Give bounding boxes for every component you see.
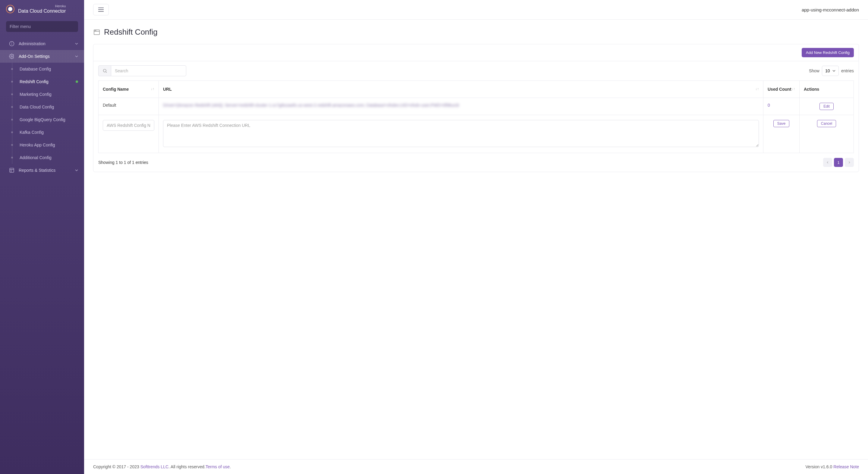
config-card: Add New Redshift Config Show 10 entries	[93, 44, 859, 172]
save-button[interactable]: Save	[773, 120, 789, 127]
nav-sub-label: Google BigQuery Config	[20, 117, 65, 122]
chevron-right-icon	[848, 161, 850, 164]
brand-super: Heroku	[18, 4, 66, 8]
footer-left: Copyright © 2017 - 2023 Softtrends LLC. …	[93, 464, 231, 469]
brand-title: Data Cloud Connector	[18, 8, 66, 14]
terms-link[interactable]: Terms of use	[206, 464, 230, 469]
sidebar: Heroku Data Cloud Connector Administrati…	[0, 0, 84, 474]
nav-label: Add-On Settings	[19, 54, 50, 59]
window-icon	[93, 29, 100, 36]
search-icon	[98, 65, 111, 76]
nav-label: Reports & Statistics	[19, 168, 56, 173]
sidebar-toggle-button[interactable]	[93, 4, 109, 15]
cell-url: Driver={Amazon Redshift (x64)}; Server=r…	[159, 98, 764, 115]
nav-label: Administration	[19, 41, 45, 46]
th-config-name[interactable]: Config Name ↓↑	[98, 81, 159, 98]
footer-right: Version v1.6.0 Release Note	[806, 464, 859, 469]
edit-button[interactable]: Edit	[819, 103, 834, 110]
release-note-link[interactable]: Release Note	[833, 464, 859, 469]
gear-icon	[9, 54, 14, 59]
show-label: Show	[809, 68, 819, 73]
nav-sub-addon: Database Config Redshift Config Marketin…	[12, 63, 84, 164]
add-new-redshift-config-button[interactable]: Add New Redshift Config	[802, 48, 854, 57]
card-controls: Show 10 entries	[93, 61, 859, 81]
prev-page-button[interactable]	[823, 158, 832, 167]
table-info: Showing 1 to 1 of 1 entries	[98, 160, 148, 165]
nav-sub-google-bigquery-config[interactable]: Google BigQuery Config	[12, 113, 84, 126]
reports-icon	[9, 167, 14, 173]
page-heading: Redshift Config	[93, 27, 859, 37]
nav-sub-database-config[interactable]: Database Config	[12, 63, 84, 75]
svg-point-2	[12, 43, 12, 43]
nav-sub-label: Marketing Config	[20, 92, 52, 97]
connection-url-textarea[interactable]	[163, 120, 759, 147]
svg-point-11	[103, 69, 106, 72]
hamburger-icon	[98, 7, 104, 12]
table-row: Default Driver={Amazon Redshift (x64)}; …	[98, 98, 854, 115]
app-name-label: app-using-mcconnect-addon	[802, 7, 859, 12]
nav-sub-heroku-app-config[interactable]: Heroku App Config	[12, 138, 84, 151]
svg-line-12	[106, 72, 107, 73]
nav-sub-label: Additional Config	[20, 155, 52, 160]
topbar: app-using-mcconnect-addon	[84, 0, 868, 20]
entries-select[interactable]: 10	[822, 66, 839, 76]
used-count-link[interactable]: 0	[768, 103, 770, 107]
info-icon	[9, 41, 14, 46]
svg-point-3	[11, 56, 13, 57]
nav-sub-label: Data Cloud Config	[20, 104, 54, 109]
sidebar-filter-input[interactable]	[6, 21, 78, 32]
th-actions: Actions	[800, 81, 854, 98]
chevron-down-icon	[75, 55, 78, 58]
nav-sub-label: Redshift Config	[20, 79, 49, 84]
entries-label: entries	[841, 68, 854, 73]
content: Redshift Config Add New Redshift Config …	[84, 20, 868, 459]
nav-sub-marketing-config[interactable]: Marketing Config	[12, 88, 84, 101]
sort-icon: ↓↑	[151, 87, 154, 91]
cell-new-cancel: Cancel	[800, 115, 854, 153]
sidebar-filter-wrap	[0, 18, 84, 35]
nav-sub-label: Database Config	[20, 67, 51, 71]
page-title: Redshift Config	[104, 27, 158, 37]
sidebar-header: Heroku Data Cloud Connector	[0, 0, 84, 18]
footer: Copyright © 2017 - 2023 Softtrends LLC. …	[84, 459, 868, 474]
search-input[interactable]	[111, 65, 186, 76]
config-name-input[interactable]	[103, 120, 154, 131]
cancel-button[interactable]: Cancel	[817, 120, 836, 127]
pagination: 1	[823, 158, 854, 167]
show-entries: Show 10 entries	[809, 66, 854, 76]
nav-sub-additional-config[interactable]: Additional Config	[12, 151, 84, 164]
cell-new-save: Save	[764, 115, 800, 153]
svg-point-9	[95, 30, 95, 31]
nav-sub-label: Heroku App Config	[20, 143, 55, 147]
main-area: app-using-mcconnect-addon Redshift Confi…	[84, 0, 868, 474]
company-link[interactable]: Softtrends LLC	[141, 464, 168, 469]
cell-config-name: Default	[98, 98, 159, 115]
sidebar-nav: Administration Add-On Settings Database …	[0, 35, 84, 474]
chevron-down-icon	[75, 169, 78, 172]
cell-used-count: 0	[764, 98, 800, 115]
page-1-button[interactable]: 1	[834, 158, 843, 167]
nav-sub-data-cloud-config[interactable]: Data Cloud Config	[12, 101, 84, 113]
nav-item-addon-settings[interactable]: Add-On Settings	[0, 50, 84, 63]
th-used-count[interactable]: Used Count ↓↑	[764, 81, 800, 98]
cell-new-url	[159, 115, 764, 153]
chevron-down-icon	[75, 42, 78, 45]
table-wrap: Config Name ↓↑ URL ↓↑ Used Count ↓↑	[93, 81, 859, 153]
cell-new-name	[98, 115, 159, 153]
active-indicator-icon	[76, 81, 78, 83]
next-page-button[interactable]	[845, 158, 854, 167]
brand-title-block: Heroku Data Cloud Connector	[18, 4, 66, 14]
nav-sub-kafka-config[interactable]: Kafka Config	[12, 126, 84, 138]
chevron-left-icon	[827, 161, 829, 164]
table-row-new: Save Cancel	[98, 115, 854, 153]
sort-icon: ↓↑	[755, 87, 759, 91]
nav-sub-label: Kafka Config	[20, 130, 44, 135]
sort-icon: ↓↑	[792, 87, 795, 91]
nav-item-administration[interactable]: Administration	[0, 37, 84, 50]
svg-rect-4	[10, 168, 14, 173]
card-footer: Showing 1 to 1 of 1 entries 1	[93, 153, 859, 172]
nav-sub-redshift-config[interactable]: Redshift Config	[12, 75, 84, 88]
nav-item-reports-statistics[interactable]: Reports & Statistics	[0, 164, 84, 177]
brand-logo	[6, 5, 14, 13]
th-url[interactable]: URL ↓↑	[159, 81, 764, 98]
